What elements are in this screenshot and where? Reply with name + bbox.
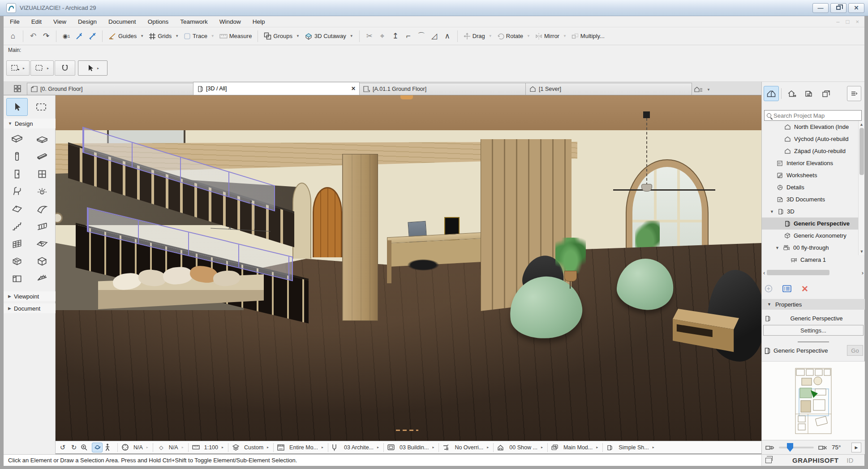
undo-icon[interactable]: ↶ bbox=[28, 31, 38, 41]
menu-view[interactable]: View bbox=[53, 18, 66, 25]
split-icon[interactable]: ✂ bbox=[365, 31, 374, 41]
navigator-menu-button[interactable] bbox=[847, 86, 861, 101]
fov-narrow-icon[interactable] bbox=[765, 444, 774, 451]
viewpoint-settings-icon[interactable] bbox=[782, 285, 791, 292]
menu-teamwork[interactable]: Teamwork bbox=[180, 18, 208, 25]
cutaway-handle-top[interactable] bbox=[400, 95, 413, 99]
opening-tool-button[interactable] bbox=[6, 270, 28, 287]
tree-item-camera-1[interactable]: Camera 1 bbox=[762, 254, 858, 266]
child-window-controls[interactable]: –□× bbox=[836, 18, 859, 25]
tree-item-worksheets[interactable]: Worksheets bbox=[762, 169, 858, 181]
mirror-button[interactable]: Mirror▼ bbox=[534, 33, 567, 40]
show-panels-icon[interactable] bbox=[765, 458, 772, 463]
home-icon[interactable]: ⌂ bbox=[8, 32, 18, 41]
walk-speed-control[interactable]: N/A▸ bbox=[133, 444, 149, 451]
child-close-icon[interactable]: × bbox=[855, 18, 859, 25]
slab-tool-button[interactable] bbox=[31, 130, 53, 148]
curtain-wall-tool-button[interactable] bbox=[6, 235, 28, 252]
window-tool-button[interactable] bbox=[31, 165, 53, 183]
inject-parameters-icon[interactable] bbox=[87, 32, 97, 40]
scene-plant[interactable] bbox=[552, 238, 589, 290]
tab-list-dropdown[interactable]: ▼ bbox=[694, 86, 710, 93]
trim-icon[interactable]: ⌐ bbox=[404, 32, 413, 41]
tab-a011-ground-floor[interactable]: [A.01.1 Ground Floor] bbox=[359, 83, 526, 95]
tab-3d-all[interactable]: [3D / All] ✕ bbox=[193, 82, 360, 95]
tab-ground-floor[interactable]: [0. Ground Floor] bbox=[27, 83, 193, 95]
view-map-button[interactable] bbox=[784, 86, 799, 101]
arrow-tool-flyout-button[interactable]: ▸ bbox=[78, 60, 107, 76]
go-button[interactable]: Go bbox=[847, 345, 863, 356]
scene-office-chair[interactable] bbox=[407, 259, 439, 271]
drag-button[interactable]: Drag▼ bbox=[463, 33, 493, 40]
scene-window[interactable] bbox=[626, 159, 709, 257]
scrollbar-thumb[interactable] bbox=[767, 270, 829, 275]
scroll-left-icon[interactable]: ‹ bbox=[763, 269, 765, 276]
pick-up-parameters-icon[interactable] bbox=[74, 32, 84, 40]
zoom-forward-icon[interactable]: ↻ bbox=[69, 443, 78, 452]
elevate-icon[interactable]: ∧ bbox=[443, 31, 452, 41]
scroll-right-icon[interactable]: › bbox=[862, 269, 864, 276]
stair-tool-button[interactable] bbox=[6, 217, 28, 235]
pen-set-control[interactable]: 03 Archite...▸ bbox=[343, 444, 380, 451]
model-view-options-control[interactable]: 03 Buildin...▸ bbox=[399, 444, 435, 451]
scrollbar-thumb[interactable] bbox=[859, 128, 864, 175]
delete-viewpoint-icon[interactable]: ✕ bbox=[801, 284, 808, 294]
child-maximize-icon[interactable]: □ bbox=[846, 18, 850, 25]
tree-vertical-scrollbar[interactable]: ▲ ▼ bbox=[858, 121, 864, 255]
marquee-tool-button[interactable] bbox=[30, 98, 52, 116]
zone-tool-button[interactable] bbox=[31, 252, 53, 270]
zoom-back-icon[interactable]: ↺ bbox=[58, 443, 67, 452]
tab-close-icon[interactable]: ✕ bbox=[351, 85, 356, 92]
renovation-filter-control[interactable]: 00 Show ...▸ bbox=[508, 444, 544, 451]
structure-display-control[interactable]: Entire Mo...▸ bbox=[288, 444, 324, 451]
redo-icon[interactable]: ↷ bbox=[41, 31, 51, 41]
menu-file[interactable]: File bbox=[10, 18, 20, 25]
toolbox-section-viewpoint[interactable]: ▶Viewpoint bbox=[4, 291, 56, 301]
tree-item-generic-perspective[interactable]: Generic Perspective bbox=[762, 217, 858, 230]
3d-style-control[interactable]: Simple Sh...▸ bbox=[618, 444, 655, 451]
close-button[interactable]: ✕ bbox=[848, 3, 864, 13]
zoom-to-selection-icon[interactable]: ◉1 bbox=[61, 33, 71, 39]
walk-mode-icon[interactable] bbox=[105, 443, 114, 451]
scene-coffee-table[interactable] bbox=[673, 309, 739, 360]
child-minimize-icon[interactable]: – bbox=[836, 18, 839, 25]
menu-document[interactable]: Document bbox=[108, 18, 136, 25]
scroll-up-icon[interactable]: ▲ bbox=[859, 122, 864, 127]
scene-pendant-box[interactable] bbox=[643, 111, 650, 118]
properties-section-header[interactable]: ▼ Properties bbox=[762, 299, 865, 310]
fov-slider[interactable] bbox=[779, 447, 814, 448]
menu-help[interactable]: Help bbox=[253, 18, 265, 25]
scene-door[interactable] bbox=[313, 187, 342, 257]
project-map-button[interactable] bbox=[764, 86, 779, 101]
object-tool-button[interactable] bbox=[6, 183, 28, 200]
scroll-down-icon[interactable]: ▼ bbox=[859, 249, 865, 254]
multiply-button[interactable]: Multiply... bbox=[571, 33, 606, 40]
roof-tool-button[interactable] bbox=[6, 200, 28, 217]
dimensions-control[interactable]: Main Mod...▸ bbox=[563, 444, 599, 451]
restore-button[interactable] bbox=[830, 3, 847, 13]
intersect-icon[interactable]: ⌖ bbox=[378, 32, 387, 41]
grids-button[interactable]: Grids▼ bbox=[148, 33, 180, 40]
cutaway-handle-bottom[interactable] bbox=[396, 430, 418, 431]
lamp-tool-button[interactable] bbox=[31, 183, 53, 200]
panel-divider[interactable] bbox=[762, 340, 865, 344]
toolbox-section-design[interactable]: ▼Design bbox=[4, 119, 56, 128]
scene-ceiling[interactable] bbox=[56, 95, 761, 130]
railing-tool-button[interactable] bbox=[31, 217, 53, 235]
layout-book-button[interactable] bbox=[801, 86, 816, 101]
scale-control[interactable]: 1:100▸ bbox=[203, 444, 224, 451]
publisher-button[interactable] bbox=[818, 86, 834, 101]
title-bar[interactable]: VIZUALIZACIE! - Archicad 29 — ✕ bbox=[0, 0, 868, 16]
project-map-search[interactable] bbox=[764, 110, 862, 121]
tab-1-sever[interactable]: [1 Sever] bbox=[525, 83, 692, 95]
resize-icon[interactable]: ◿ bbox=[430, 31, 439, 41]
column-tool-button[interactable] bbox=[6, 148, 28, 165]
marquee-selection-button[interactable]: ▸ bbox=[6, 60, 30, 76]
rotate-button[interactable]: Rotate▼ bbox=[496, 33, 531, 40]
tree-item-3d-documents[interactable]: 3D Documents bbox=[762, 193, 858, 205]
tab-overview-grid-icon[interactable] bbox=[10, 83, 25, 94]
tree-item-details[interactable]: Details bbox=[762, 181, 858, 193]
zoom-in-icon[interactable] bbox=[81, 444, 90, 451]
groups-button[interactable]: Groups▼ bbox=[263, 32, 301, 40]
menu-window[interactable]: Window bbox=[219, 18, 241, 25]
